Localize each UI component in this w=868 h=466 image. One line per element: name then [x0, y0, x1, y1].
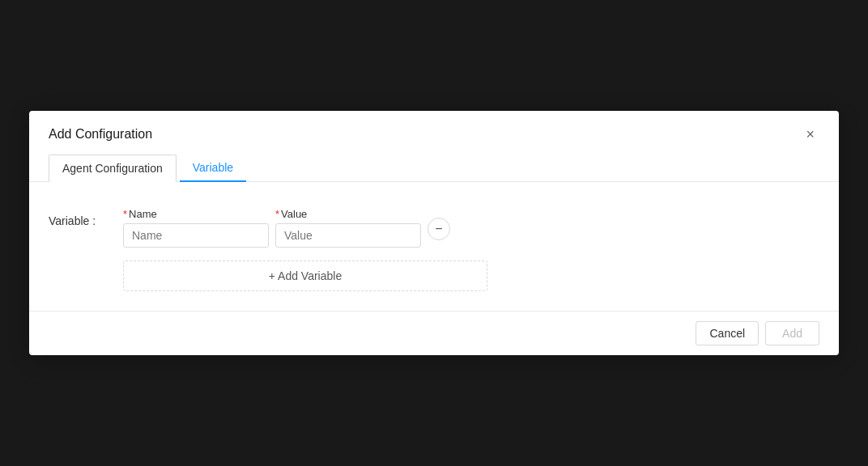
add-button[interactable]: Add: [765, 321, 819, 345]
tab-agent-configuration[interactable]: Agent Configuration: [49, 155, 177, 182]
name-required-mark: *: [123, 208, 127, 220]
dialog-header: Add Configuration ×: [29, 111, 839, 155]
name-input[interactable]: [123, 223, 269, 248]
value-input[interactable]: [275, 223, 421, 248]
dialog-footer: Cancel Add: [29, 311, 839, 355]
fields-container: *Name *Value −: [123, 208, 450, 248]
dialog-title: Add Configuration: [49, 127, 152, 142]
variable-row: Variable : *Name *Value: [49, 208, 819, 248]
tab-variable[interactable]: Variable: [180, 155, 246, 182]
dialog-body: Variable : *Name *Value: [29, 182, 839, 311]
tabs-row: Agent Configuration Variable: [29, 155, 839, 182]
value-required-mark: *: [275, 208, 279, 220]
name-field-wrap: *Name: [123, 208, 269, 248]
name-field-label: *Name: [123, 208, 269, 220]
add-variable-button[interactable]: + Add Variable: [123, 261, 487, 291]
dialog-overlay: Add Configuration × Agent Configuration …: [0, 0, 868, 466]
add-configuration-dialog: Add Configuration × Agent Configuration …: [29, 111, 839, 355]
close-button[interactable]: ×: [801, 125, 819, 143]
value-field-label: *Value: [275, 208, 421, 220]
remove-variable-button[interactable]: −: [428, 218, 450, 240]
value-field-wrap: *Value: [275, 208, 421, 248]
variable-label: Variable :: [49, 208, 113, 227]
cancel-button[interactable]: Cancel: [696, 321, 759, 345]
